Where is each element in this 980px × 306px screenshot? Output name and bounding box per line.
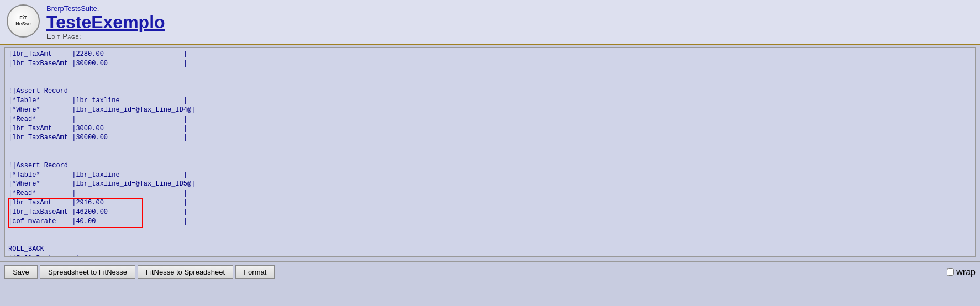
format-button[interactable]: Format [235,265,275,279]
wrap-label[interactable]: wrap [956,267,976,277]
page-title: TesteExemplo [46,13,165,32]
toolbar-right: wrap [947,267,976,277]
spreadsheet-to-fitnesse-button[interactable]: Spreadsheet to FitNesse [40,265,135,279]
header: FiTNeSse BrerpTestsSuite. TesteExemplo E… [0,0,980,45]
fitnesse-to-spreadsheet-button[interactable]: FitNesse to Spreadsheet [138,265,233,279]
editor-textarea[interactable] [4,47,976,257]
breadcrumb: BrerpTestsSuite. [46,4,165,13]
editor-wrapper [0,45,980,261]
toolbar: Save Spreadsheet to FitNesse FitNesse to… [0,261,980,282]
main-content: Save Spreadsheet to FitNesse FitNesse to… [0,45,980,282]
breadcrumb-link[interactable]: BrerpTestsSuite. [46,4,99,13]
save-button[interactable]: Save [4,265,38,279]
logo-text: FiTNeSse [15,15,31,27]
edit-label: Edit Page: [46,32,165,40]
editor-container [4,47,976,259]
wrap-checkbox[interactable] [947,268,954,276]
logo: FiTNeSse [7,4,40,38]
header-text: BrerpTestsSuite. TesteExemplo Edit Page: [46,4,165,40]
